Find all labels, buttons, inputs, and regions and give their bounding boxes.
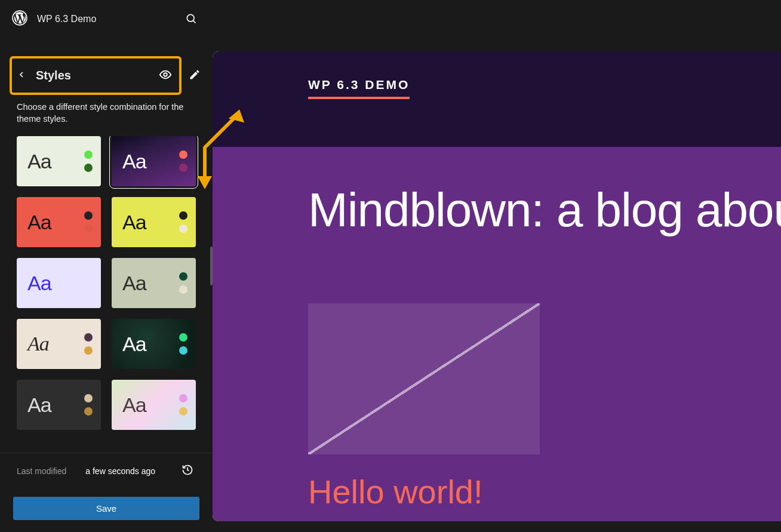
style-variation-6[interactable]: Aa [17, 319, 101, 369]
swatch-dots [179, 211, 187, 233]
swatch-aa: Aa [122, 271, 146, 294]
featured-image-placeholder[interactable] [308, 303, 540, 454]
chevron-left-icon [17, 70, 26, 81]
style-variation-4[interactable]: Aa [17, 258, 101, 308]
svg-line-2 [193, 20, 195, 23]
swatch-dots [179, 272, 187, 294]
preview-site-header: WP 6.3 DEMO [213, 51, 781, 147]
swatch-dots [179, 333, 187, 355]
swatch-aa: Aa [27, 333, 49, 355]
site-title[interactable]: WP 6.3 Demo [37, 14, 172, 24]
preview-site-brand[interactable]: WP 6.3 DEMO [308, 78, 410, 99]
style-variation-0[interactable]: Aa [17, 136, 101, 186]
svg-point-3 [164, 73, 167, 76]
style-variation-2[interactable]: Aa [17, 197, 101, 247]
swatch-aa: Aa [27, 149, 51, 173]
revisions-button[interactable] [179, 462, 196, 480]
preview-hero-title: Mindblown: a blog about philosophy. [308, 183, 781, 238]
swatch-dots [179, 394, 187, 416]
style-variation-3[interactable]: Aa [112, 197, 196, 247]
swatch-aa: Aa [122, 149, 146, 173]
style-variation-1[interactable]: Aa [112, 136, 196, 186]
swatch-dots [84, 394, 93, 416]
style-book-button[interactable] [156, 66, 174, 85]
swatch-dots [84, 333, 93, 355]
history-icon [182, 464, 193, 478]
scrollbar-thumb[interactable] [210, 247, 213, 285]
swatch-aa: Aa [122, 332, 146, 355]
save-button[interactable]: Save [13, 497, 199, 520]
swatch-aa: Aa [27, 271, 51, 294]
edit-styles-button[interactable] [186, 66, 203, 85]
panel-title: Styles [36, 69, 149, 82]
search-button[interactable] [182, 9, 201, 30]
style-variation-5[interactable]: Aa [112, 258, 196, 308]
svg-point-1 [187, 14, 194, 21]
pencil-icon [189, 69, 201, 82]
app-topbar: WP 6.3 Demo [0, 0, 213, 38]
styles-sidebar: Styles Choose a different style combinat… [0, 38, 213, 532]
last-modified-label: Last modified [17, 466, 66, 476]
style-variation-7[interactable]: Aa [112, 319, 196, 369]
last-modified-row: Last modified a few seconds ago [0, 453, 213, 488]
panel-description: Choose a different style combination for… [0, 95, 213, 136]
last-modified-value: a few seconds ago [85, 466, 160, 476]
swatch-aa: Aa [122, 393, 146, 416]
swatch-dots [84, 211, 93, 233]
preview-canvas: WP 6.3 DEMO Mindblown: a blog about phil… [213, 51, 781, 521]
swatch-aa: Aa [27, 210, 51, 233]
wordpress-logo-icon[interactable] [12, 10, 27, 28]
preview-body: Mindblown: a blog about philosophy. Hell… [213, 147, 781, 521]
eye-icon [159, 68, 172, 83]
swatch-dots [84, 150, 93, 172]
swatch-aa: Aa [122, 210, 146, 233]
back-button[interactable] [14, 67, 29, 84]
style-variation-9[interactable]: Aa [112, 380, 196, 430]
swatch-aa: Aa [27, 393, 51, 416]
preview-post-title[interactable]: Hello world! [308, 472, 781, 511]
style-variation-8[interactable]: Aa [17, 380, 101, 430]
style-variations-grid: AaAaAaAaAaAaAaAaAaAa [17, 136, 196, 430]
swatch-dots [179, 150, 187, 172]
panel-header[interactable]: Styles [10, 56, 182, 95]
search-icon [185, 17, 197, 26]
